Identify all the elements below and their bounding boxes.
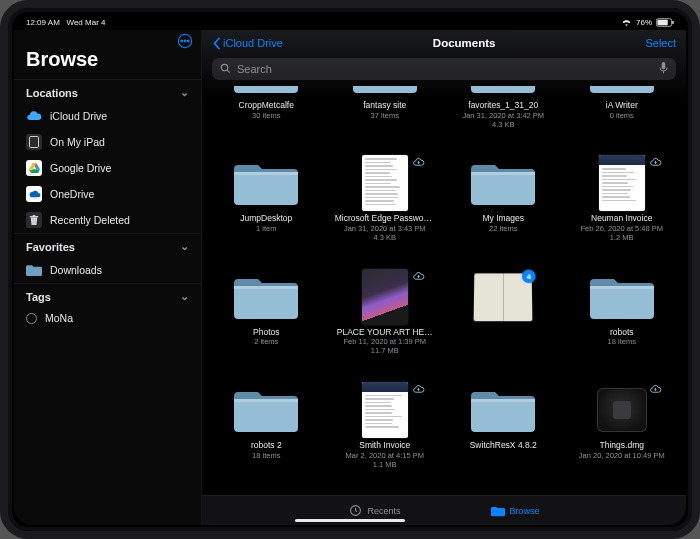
section-favorites[interactable]: Favorites ⌄ [14,233,201,257]
status-time-date: 12:09 AM Wed Mar 4 [26,18,105,27]
file-item[interactable]: Things.dmgJan 20, 2020 at 10:49 PM [572,382,673,489]
file-item[interactable]: robots18 items [572,269,673,376]
thumb [230,269,302,325]
book-thumb: 4 [474,273,533,321]
file-name: favorites_1_31_20 [468,101,538,111]
icloud-icon [26,108,42,124]
thumb [349,382,421,438]
file-name: SwitchResX 4.8.2 [470,441,537,451]
onedrive-icon [26,186,42,202]
search-input[interactable]: Search [212,58,676,80]
back-button[interactable]: iCloud Drive [212,37,283,50]
cloud-download-icon [649,382,662,395]
file-meta: 30 items [252,111,280,120]
tag-dot-icon [26,313,37,324]
file-size: 4.3 KB [492,120,515,129]
file-name: robots 2 [251,441,282,451]
file-item[interactable]: favorites_1_31_20Jan 31, 2020 at 3:42 PM… [453,86,554,149]
more-icon[interactable] [177,33,193,49]
tab-browse[interactable]: Browse [491,504,540,518]
sidebar-item-downloads[interactable]: Downloads [14,257,201,283]
section-tags[interactable]: Tags ⌄ [14,283,201,307]
image-thumb [362,269,408,325]
ipad-icon [26,134,42,150]
tab-recents[interactable]: Recents [348,504,400,518]
file-item[interactable]: Neuman InvoiceFeb 26, 2020 at 5:48 PM1.2… [572,155,673,262]
file-name: JumpDesktop [240,214,292,224]
file-item[interactable]: CroppMetcalfe30 items [216,86,317,149]
file-meta: 2 items [254,337,278,346]
thumb [230,86,302,98]
dmg-thumb [597,388,647,432]
file-meta: Mar 2, 2020 at 4:15 PM [346,451,424,460]
file-item[interactable]: 4 [453,269,554,376]
thumb [586,382,658,438]
file-meta: 18 items [608,337,636,346]
folder-icon [590,86,654,95]
file-meta: Jan 31, 2020 at 3:42 PM [462,111,544,120]
file-meta: 1 item [256,224,276,233]
sidebar-item-gdrive[interactable]: Google Drive [14,155,201,181]
sidebar-item-onedrive[interactable]: OneDrive [14,181,201,207]
file-item[interactable]: Microsoft Edge PasswordsJan 31, 2020 at … [335,155,436,262]
section-locations[interactable]: Locations ⌄ [14,79,201,103]
thumb [467,86,539,98]
file-item[interactable]: SwitchResX 4.8.2 [453,382,554,489]
file-name: PLACE YOUR ART HE… [337,328,433,338]
folder-icon [491,504,505,518]
ipad-frame: 12:09 AM Wed Mar 4 76% Browse Locations … [0,0,700,539]
search-placeholder: Search [237,63,272,75]
sidebar-item-tag-mona[interactable]: MoNa [14,307,201,329]
tab-bar: Recents Browse [202,495,686,525]
svg-point-5 [184,40,186,42]
file-name: Photos [253,328,279,338]
file-size: 11.7 MB [371,346,399,355]
file-grid: CroppMetcalfe30 itemsfantasy site37 item… [202,86,686,495]
mic-icon[interactable] [659,62,668,76]
file-item[interactable]: Smith InvoiceMar 2, 2020 at 4:15 PM1.1 M… [335,382,436,489]
battery-icon [656,18,674,27]
chevron-down-icon: ⌄ [180,86,189,99]
folder-icon [471,159,535,207]
file-name: CroppMetcalfe [239,101,294,111]
file-meta: 37 items [371,111,399,120]
thumb [586,155,658,211]
file-item[interactable]: fantasy site37 items [335,86,436,149]
home-indicator[interactable] [295,519,405,523]
folder-icon [234,386,298,434]
sidebar-item-icloud[interactable]: iCloud Drive [14,103,201,129]
file-item[interactable]: PLACE YOUR ART HE…Feb 11, 2020 at 1:39 P… [335,269,436,376]
file-name: Things.dmg [600,441,644,451]
file-item[interactable]: My Images22 items [453,155,554,262]
thumb: 4 [467,269,539,325]
thumb [586,86,658,98]
status-time: 12:09 AM [26,18,60,27]
folder-icon [471,86,535,95]
file-item[interactable]: robots 218 items [216,382,317,489]
thumb [349,269,421,325]
badge: 4 [522,269,536,283]
thumb [230,155,302,211]
file-item[interactable]: JumpDesktop1 item [216,155,317,262]
svg-point-4 [181,40,183,42]
select-button[interactable]: Select [645,37,676,49]
sidebar-item-ipad[interactable]: On My iPad [14,129,201,155]
svg-rect-7 [30,137,39,148]
svg-point-6 [187,40,189,42]
trash-icon [26,212,42,228]
svg-point-8 [221,64,227,70]
thumb [230,382,302,438]
folder-icon [590,273,654,321]
file-size: 4.3 KB [373,233,396,242]
sidebar-item-trash[interactable]: Recently Deleted [14,207,201,233]
file-item[interactable]: Photos2 items [216,269,317,376]
document-thumb [362,155,408,211]
folder-icon [353,86,417,95]
navbar: iCloud Drive Documents Select [202,30,686,54]
gdrive-icon [26,160,42,176]
svg-rect-9 [662,62,666,69]
file-item[interactable]: iA Writer0 items [572,86,673,149]
document-thumb [599,155,645,211]
thumb [467,382,539,438]
cloud-download-icon [412,155,425,168]
